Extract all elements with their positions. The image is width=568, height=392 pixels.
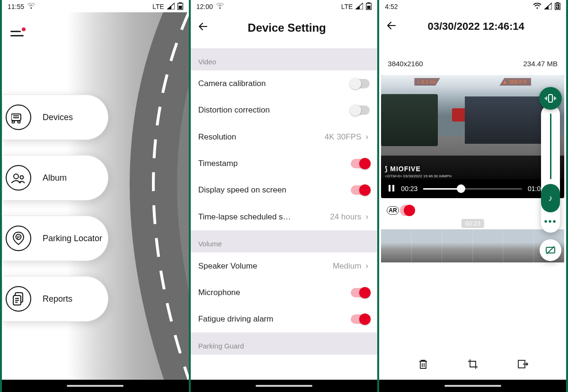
panel-home: 11:55 ? LTE	[0, 0, 190, 392]
album-icon	[6, 165, 31, 191]
volume-slider[interactable]	[550, 113, 551, 179]
chevron-right-icon: ›	[364, 132, 370, 142]
home-nav-list: Devices Album P Parking Locator Reports	[2, 95, 108, 322]
nav-label: Reports	[43, 294, 72, 304]
wifi-icon: ?	[27, 3, 36, 11]
signal-icon	[544, 3, 552, 11]
row-display-speed[interactable]: Display speed on screen	[191, 177, 378, 203]
hud-distance-right: ▲ 300.5 ft	[499, 78, 531, 86]
svg-rect-6	[178, 6, 182, 9]
svg-point-13	[20, 176, 24, 179]
nav-parking-locator[interactable]: P Parking Locator	[3, 216, 108, 261]
watermark-brand: ⟆ MIOFIVE	[385, 165, 420, 173]
watermark-meta: <GTM+0> 03/30/2022 19:46:36 04MPH	[385, 174, 452, 178]
section-video: Video	[191, 48, 378, 70]
row-timestamp[interactable]: Timestamp	[191, 150, 378, 177]
nav-devices[interactable]: Devices	[3, 95, 108, 140]
clip-resolution: 3840x2160	[388, 60, 423, 68]
export-button[interactable]	[516, 358, 529, 370]
network-label: LTE	[152, 3, 164, 10]
system-nav-bar	[191, 380, 378, 392]
status-bar: 11:55 ? LTE	[2, 0, 189, 12]
status-bar: 4:52	[379, 0, 566, 12]
toggle-microphone[interactable]	[351, 288, 370, 297]
seek-bar[interactable]	[423, 188, 522, 190]
system-nav-bar	[379, 380, 566, 392]
svg-point-28	[536, 7, 538, 9]
battery-icon	[366, 2, 372, 11]
svg-rect-39	[549, 95, 552, 102]
settings-list[interactable]: Video Camera calibration Distortion corr…	[191, 48, 378, 380]
delete-button[interactable]	[417, 358, 429, 370]
svg-point-12	[14, 174, 18, 179]
chevron-right-icon: ›	[364, 261, 370, 271]
crop-button[interactable]	[467, 358, 479, 370]
row-timelapse[interactable]: Time-lapse scheduled s… 24 hours›	[191, 203, 378, 230]
more-button[interactable]: •••	[544, 216, 557, 227]
video-hud: ♪ 0.1 mi ▲ 300.5 ft	[381, 78, 564, 86]
system-nav-bar	[2, 380, 189, 392]
record-indicator[interactable]	[404, 205, 415, 216]
signal-icon	[355, 3, 363, 11]
ar-toggle[interactable]: AR	[387, 206, 399, 215]
nav-label: Album	[43, 173, 67, 183]
vibrate-button[interactable]	[539, 87, 562, 110]
page-title: Device Setting	[217, 21, 357, 35]
pause-button[interactable]	[388, 184, 395, 193]
panel-device-setting: 12:00 ? LTE Device Setting Video Camera …	[190, 0, 379, 392]
svg-rect-27	[367, 6, 371, 9]
parking-icon: P	[6, 226, 31, 251]
row-resolution[interactable]: Resolution 4K 30FPS›	[191, 123, 378, 150]
captions-off-button[interactable]	[540, 239, 561, 261]
wifi-icon: ?	[216, 3, 224, 11]
hud-distance-left: ♪ 0.1 mi	[414, 78, 440, 86]
svg-point-9	[18, 121, 20, 123]
panel-playback: 4:52 03/30/2022 12:46:14 3840x2160 234.4…	[378, 0, 568, 392]
svg-text:P: P	[17, 235, 20, 240]
playback-controls: 00:23 01:00	[381, 179, 564, 198]
media-volume-button[interactable]: ♪	[541, 184, 560, 212]
battery-icon	[178, 2, 183, 11]
nav-reports[interactable]: Reports	[3, 276, 108, 322]
toggle-display-speed[interactable]	[351, 185, 370, 195]
toggle-fatigue[interactable]	[351, 314, 370, 324]
row-distortion-correction[interactable]: Distortion correction	[191, 97, 378, 123]
svg-rect-34	[389, 185, 390, 192]
row-speaker-volume[interactable]: Speaker Volume Medium›	[191, 253, 378, 279]
time-current: 00:23	[401, 185, 417, 192]
video-player[interactable]: ♪ 0.1 mi ▲ 300.5 ft ⟆ MIOFIVE <GTM+0> 03…	[381, 75, 564, 198]
scrubber-timestamp: 00:23	[461, 219, 484, 228]
reports-icon	[6, 286, 31, 312]
menu-button[interactable]	[10, 26, 27, 42]
playback-header: 03/30/2022 12:46:14	[379, 12, 566, 41]
svg-point-8	[12, 121, 15, 123]
status-time: 4:52	[385, 3, 398, 10]
section-parking-guard: Parking Guard	[191, 332, 378, 355]
volume-panel: ♪ •••	[538, 87, 563, 261]
row-fatigue-alarm[interactable]: Fatigue driving alarm	[191, 306, 378, 332]
wifi-icon	[533, 3, 541, 11]
clip-metadata: 3840x2160 234.47 MB	[379, 41, 566, 75]
timeline-scrubber[interactable]: 00:23	[381, 229, 564, 262]
back-button[interactable]	[197, 21, 209, 35]
back-button[interactable]	[386, 20, 397, 33]
network-label: LTE	[341, 3, 353, 10]
clip-timestamp-title: 03/30/2022 12:46:14	[406, 20, 546, 33]
toggle-timestamp[interactable]	[351, 159, 370, 168]
row-microphone[interactable]: Microphone	[191, 279, 378, 306]
chevron-right-icon: ›	[364, 212, 370, 222]
settings-header: Device Setting	[191, 12, 378, 44]
nav-label: Parking Locator	[43, 234, 102, 244]
clip-actions	[379, 351, 566, 377]
nav-album[interactable]: Album	[3, 155, 108, 200]
svg-text:?: ?	[219, 4, 221, 8]
status-time: 11:55	[8, 3, 24, 10]
status-time: 12:00	[196, 3, 213, 10]
toggle-camera-calibration[interactable]	[351, 79, 370, 88]
toggle-distortion[interactable]	[351, 105, 370, 115]
signal-icon	[167, 3, 175, 11]
battery-icon	[555, 2, 560, 11]
row-camera-calibration[interactable]: Camera calibration	[191, 70, 378, 97]
nav-label: Devices	[43, 113, 73, 122]
svg-text:?: ?	[30, 4, 32, 8]
